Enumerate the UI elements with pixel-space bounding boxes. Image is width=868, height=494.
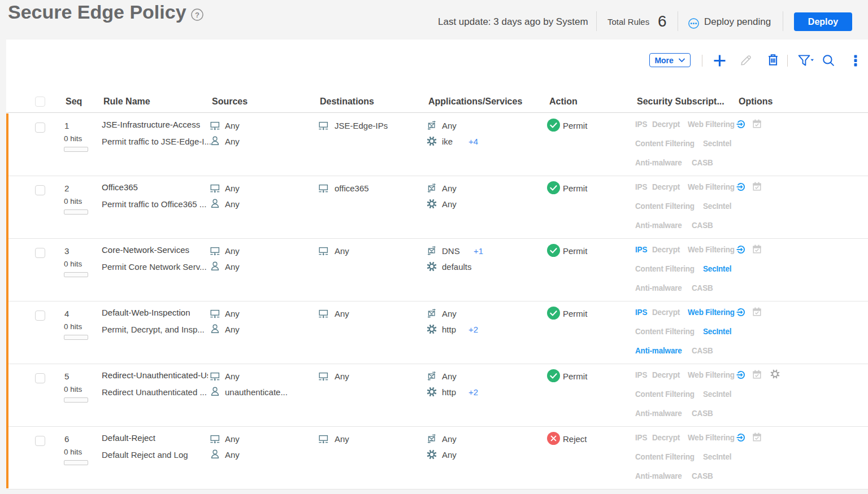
svg-text:?: ? bbox=[195, 11, 199, 19]
